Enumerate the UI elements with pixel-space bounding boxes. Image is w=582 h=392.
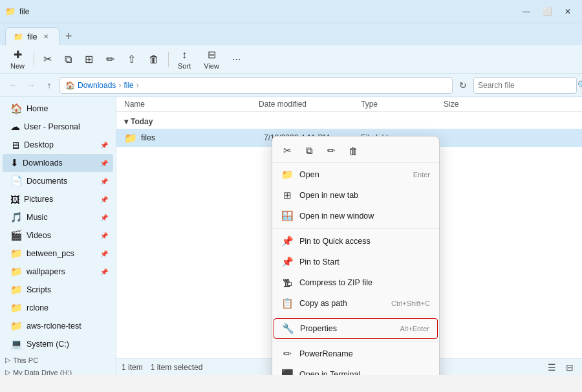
search-input[interactable] [478,81,575,90]
maximize-button[interactable]: ⬜ [538,3,556,21]
sidebar-item-downloads[interactable]: ⬇ Downloads 📌 [3,154,113,172]
ctx-delete-button[interactable]: 🗑 [343,142,363,160]
expand-icon-my-data: ▷ [5,368,10,375]
ctx-open-new-window[interactable]: 🪟 Open in new window [272,206,439,226]
list-view-button[interactable]: ☰ [544,360,559,375]
ctx-power-rename[interactable]: ✏ PowerRename [272,343,439,364]
sidebar-item-between-pcs[interactable]: 📁 between_pcs 📌 [3,245,113,263]
ctx-terminal-icon: ⬛ [281,369,293,375]
close-button[interactable]: ✕ [559,3,577,21]
back-button[interactable]: ← [5,78,21,93]
sidebar-item-pictures[interactable]: 🖼 Pictures 📌 [3,190,113,208]
ctx-pin-quick-access-label: Pin to Quick access [299,237,371,246]
ctx-copy-path[interactable]: 📋 Copy as path Ctrl+Shift+C [272,293,439,314]
ctx-open-shortcut: Enter [413,171,430,179]
sidebar-item-home[interactable]: 🏠 Home [3,100,113,118]
more-button[interactable]: ··· [227,48,246,71]
chevron-icon-today: ▾ [124,117,128,126]
sidebar-item-wallpapers[interactable]: 📁 wallpapers 📌 [3,263,113,281]
sidebar-item-scripts[interactable]: 📁 Scripts [3,281,113,299]
sidebar-item-aws[interactable]: 📁 aws-rclone-test [3,317,113,335]
folder-icon-scripts: 📁 [10,284,23,296]
ctx-delete-icon: 🗑 [349,146,358,157]
breadcrumb-sep1: › [118,81,121,90]
sidebar-pictures-label: Pictures [24,195,53,204]
context-menu: ✂ ⧉ ✏ 🗑 📁 Open Enter ⊞ Open in new ta [272,136,440,375]
folder-icon-aws: 📁 [10,320,23,332]
ctx-properties-icon: 🔧 [282,323,294,334]
ctx-new-tab-icon: ⊞ [281,190,293,201]
sidebar-item-music[interactable]: 🎵 Music 📌 [3,208,113,226]
file-name: files [141,133,264,142]
sidebar-home-label: Home [27,104,48,113]
up-button[interactable]: ↑ [41,78,57,93]
ctx-pin-icon: 📌 [281,235,293,247]
sort-label: Sort [178,62,191,70]
breadcrumb-sep2: › [136,81,139,90]
col-header-type[interactable]: Type [361,100,438,109]
search-icon: 🔍 [577,80,582,90]
sidebar-downloads-label: Downloads [23,158,63,168]
ctx-cut-button[interactable]: ✂ [277,142,297,160]
ctx-pin-start[interactable]: 📌 Pin to Start [272,252,439,272]
new-tab-button[interactable]: + [59,27,78,45]
sidebar-scripts-label: Scripts [27,285,51,294]
ctx-open[interactable]: 📁 Open Enter [272,164,439,185]
col-header-date[interactable]: Date modified [259,100,356,109]
view-button[interactable]: ⊟ View [199,48,224,71]
paste-button[interactable]: ⊞ [80,48,98,71]
ctx-new-window-icon: 🪟 [281,210,293,222]
breadcrumb[interactable]: 🏠 Downloads › file › [59,77,453,94]
sidebar-group-my-data[interactable]: ▷ My Data Drive (H:) [0,365,116,375]
ctx-rename-button[interactable]: ✏ [321,142,341,160]
sidebar-item-system[interactable]: 💻 System (C:) [3,335,113,353]
active-tab[interactable]: 📁 file ✕ [5,27,59,45]
toolbar: ✚ New ✂ ⧉ ⊞ ✏ ⇧ 🗑 ↕ Sort ⊟ View ··· [0,45,582,74]
breadcrumb-home[interactable]: Downloads [78,81,116,90]
sidebar-this-pc-label: This PC [13,356,38,364]
address-bar: ← → ↑ 🏠 Downloads › file › ↻ 🔍 [0,74,582,97]
pin-icon-documents: 📌 [100,178,108,185]
videos-icon: 🎬 [10,230,23,241]
ctx-power-rename-icon: ✏ [281,348,293,360]
ctx-open-label: Open [299,170,319,179]
col-header-name[interactable]: Name [124,100,253,109]
sidebar-rclone-label: rclone [27,303,48,312]
sort-button[interactable]: ↕ Sort [173,48,196,71]
sidebar-item-documents[interactable]: 📄 Documents 📌 [3,172,113,190]
col-header-size[interactable]: Size [444,100,495,109]
sidebar-item-desktop[interactable]: 🖥 Desktop 📌 [3,136,113,154]
ctx-copy-button[interactable]: ⧉ [299,142,319,160]
tab-close-button[interactable]: ✕ [41,32,51,42]
status-right: ☰ ⊟ [544,360,577,375]
pin-icon-between: 📌 [100,250,108,257]
new-button[interactable]: ✚ New [5,48,30,71]
title-bar: 📁 file — ⬜ ✕ [0,0,582,23]
desktop-icon: 🖥 [10,140,20,151]
sidebar-group-this-pc[interactable]: ▷ This PC [0,353,116,365]
share-icon: ⇧ [127,53,136,65]
grid-view-button[interactable]: ⊟ [563,360,577,375]
sidebar-item-videos[interactable]: 🎬 Videos 📌 [3,226,113,245]
delete-button[interactable]: 🗑 [144,48,164,71]
search-box[interactable]: 🔍 [473,77,577,94]
ctx-compress[interactable]: 🗜 Compress to ZIP file [272,272,439,293]
forward-button[interactable]: → [23,78,39,93]
ctx-power-rename-label: PowerRename [299,349,353,358]
sidebar-item-user[interactable]: ☁ User - Personal [3,118,113,136]
breadcrumb-current[interactable]: file [124,81,133,90]
ctx-open-terminal[interactable]: ⬛ Open in Terminal [272,364,439,375]
pictures-icon: 🖼 [10,194,20,205]
ctx-properties[interactable]: 🔧 Properties Alt+Enter [274,318,438,339]
sidebar-videos-label: Videos [27,231,51,240]
copy-button[interactable]: ⧉ [59,48,77,71]
share-button[interactable]: ⇧ [122,48,141,71]
cut-button[interactable]: ✂ [38,48,57,71]
refresh-button[interactable]: ↻ [455,78,471,93]
rename-button[interactable]: ✏ [101,48,120,71]
sidebar-item-rclone[interactable]: 📁 rclone [3,299,113,317]
minimize-button[interactable]: — [517,3,535,21]
folder-icon-file: 📁 [124,132,137,144]
ctx-pin-quick-access[interactable]: 📌 Pin to Quick access [272,231,439,252]
ctx-open-new-tab[interactable]: ⊞ Open in new tab [272,185,439,206]
